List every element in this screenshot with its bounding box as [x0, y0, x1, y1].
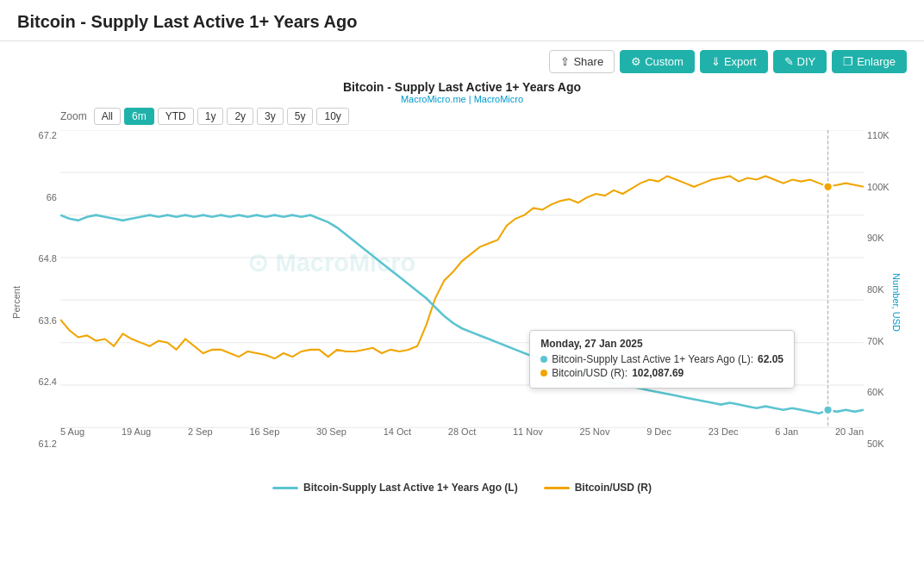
zoom-all[interactable]: All [94, 108, 121, 125]
supply-value: 62.05 [758, 353, 784, 365]
y-right-label-6: 60K [867, 387, 884, 397]
chart-legend: Bitcoin-Supply Last Active 1+ Years Ago … [17, 482, 907, 494]
supply-dot [540, 356, 547, 363]
legend-item-usd: Bitcoin/USD (R) [544, 482, 652, 494]
y-left-label-2: 66 [47, 192, 57, 202]
y-left-label-5: 62.4 [39, 376, 57, 387]
x-label-2: 19 Aug [122, 426, 151, 437]
x-label-12: 6 Jan [775, 426, 798, 437]
legend-line-usd [544, 487, 570, 489]
usd-dot [540, 370, 547, 376]
usd-value: 102,087.69 [632, 367, 684, 379]
zoom-ytd[interactable]: YTD [158, 108, 194, 125]
x-label-3: 2 Sep [188, 426, 213, 437]
x-label-7: 28 Oct [448, 426, 476, 437]
usd-label: Bitcoin/USD (R): [552, 367, 627, 379]
y-right-label-5: 70K [867, 336, 884, 346]
zoom-10y[interactable]: 10y [316, 108, 348, 125]
y-right-label-7: 50K [867, 438, 884, 449]
zoom-label: Zoom [60, 110, 87, 122]
x-label-6: 14 Oct [384, 426, 411, 437]
zoom-controls: Zoom All 6m YTD 1y 2y 3y 5y 10y [60, 108, 907, 125]
toolbar: ⇧ Share ⚙ Custom ⇓ Export ✎ DIY ❐ Enlarg… [17, 50, 907, 73]
x-label-9: 25 Nov [580, 426, 610, 437]
diy-button[interactable]: ✎ DIY [773, 50, 827, 73]
export-button[interactable]: ⇓ Export [700, 50, 768, 73]
y-left-label-4: 63.6 [39, 315, 57, 326]
share-icon: ⇧ [560, 55, 570, 68]
x-label-13: 20 Jan [835, 426, 864, 437]
x-label-10: 9 Dec [646, 426, 671, 437]
chart-svg: ⊙ MacroMicro [60, 130, 864, 449]
zoom-1y[interactable]: 1y [197, 108, 224, 125]
y-right-label-4: 80K [867, 284, 884, 295]
expand-icon: ❐ [843, 55, 853, 68]
y-title-right: Number, USD [891, 273, 902, 332]
y-axis-left: 67.2 66 64.8 63.6 62.4 61.2 [19, 130, 57, 449]
chart-subtitle: MacroMicro.me | MacroMicro [17, 94, 907, 104]
chart-area: 67.2 66 64.8 63.6 62.4 61.2 110K 100K 90… [60, 130, 864, 475]
tooltip-date: Monday, 27 Jan 2025 [540, 338, 784, 350]
svg-text:⊙ MacroMicro: ⊙ MacroMicro [247, 250, 415, 277]
enlarge-button[interactable]: ❐ Enlarge [832, 50, 907, 73]
x-label-5: 30 Sep [316, 426, 346, 437]
tooltip-supply-row: Bitcoin-Supply Last Active 1+ Years Ago … [540, 353, 784, 365]
y-left-label-3: 64.8 [39, 253, 57, 264]
tooltip-usd-row: Bitcoin/USD (R): 102,087.69 [540, 367, 784, 379]
page-title: Bitcoin - Supply Last Active 1+ Years Ag… [17, 12, 907, 32]
x-label-11: 23 Dec [709, 426, 739, 437]
svg-point-10 [823, 406, 832, 414]
x-label-4: 16 Sep [249, 426, 279, 437]
zoom-2y[interactable]: 2y [227, 108, 253, 125]
legend-label-usd: Bitcoin/USD (R) [575, 482, 652, 494]
zoom-6m[interactable]: 6m [124, 108, 154, 125]
x-label-1: 5 Aug [60, 426, 84, 437]
chart-title: Bitcoin - Supply Last Active 1+ Years Ag… [17, 80, 907, 94]
download-icon: ⇓ [711, 55, 721, 68]
pencil-icon: ✎ [784, 55, 794, 68]
chart-svg-area: ⊙ MacroMicro 5 Aug 19 Aug 2 Sep 16 [60, 130, 864, 449]
x-axis: 5 Aug 19 Aug 2 Sep 16 Sep 30 Sep 14 Oct … [60, 423, 864, 449]
x-label-8: 11 Nov [513, 426, 543, 437]
y-right-label-1: 110K [867, 130, 890, 140]
legend-label-supply: Bitcoin-Supply Last Active 1+ Years Ago … [303, 482, 518, 494]
zoom-3y[interactable]: 3y [257, 108, 284, 125]
legend-line-supply [272, 487, 298, 489]
zoom-5y[interactable]: 5y [287, 108, 314, 125]
legend-item-supply: Bitcoin-Supply Last Active 1+ Years Ago … [272, 482, 518, 494]
y-right-label-2: 100K [867, 182, 890, 192]
supply-label: Bitcoin-Supply Last Active 1+ Years Ago … [552, 353, 753, 365]
y-left-label-6: 61.2 [39, 438, 57, 449]
y-right-label-3: 90K [867, 233, 884, 243]
y-title-left: Percent [11, 286, 22, 319]
share-button[interactable]: ⇧ Share [549, 50, 615, 73]
gear-icon: ⚙ [631, 55, 641, 68]
svg-point-11 [823, 183, 832, 191]
tooltip: Monday, 27 Jan 2025 Bitcoin-Supply Last … [529, 330, 795, 389]
y-left-label-1: 67.2 [39, 130, 57, 140]
custom-button[interactable]: ⚙ Custom [620, 50, 695, 73]
